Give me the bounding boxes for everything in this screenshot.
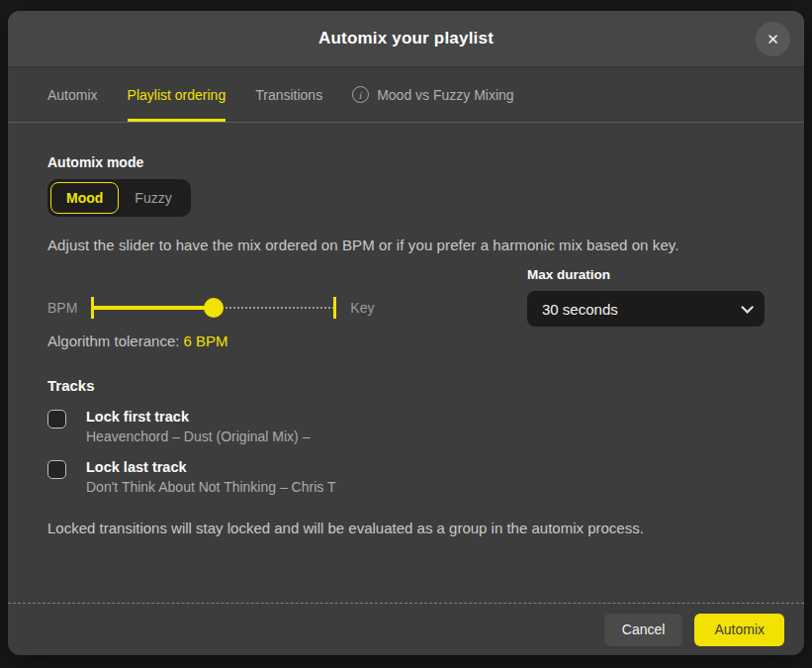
automix-modal: Automix your playlist ✕ Automix Playlist… [8,11,804,655]
tolerance-value-text: 6 BPM [184,333,228,349]
automix-mode-toggle: Mood Fuzzy [47,179,191,217]
mode-option-fuzzy[interactable]: Fuzzy [119,182,187,214]
tracks-heading: Tracks [47,377,765,394]
controls-row: BPM Key Algorithm tolerance: 6 BPM [47,267,765,349]
tab-mood-vs-fuzzy-mixing[interactable]: i Mood vs Fuzzy Mixing [352,67,513,122]
tolerance-label: Algorithm tolerance: [47,333,179,349]
lock-last-track-label: Lock last track [86,459,335,475]
slider-key-label: Key [350,300,374,316]
max-duration-select[interactable]: 30 seconds [527,291,765,327]
max-duration-label: Max duration [527,267,765,282]
chevron-down-icon [741,301,754,314]
bpm-key-slider[interactable] [91,296,336,320]
cancel-button[interactable]: Cancel [604,614,683,646]
mode-option-mood[interactable]: Mood [50,182,119,214]
slider-column: BPM Key Algorithm tolerance: 6 BPM [47,267,374,349]
tab-transitions[interactable]: Transitions [255,67,322,122]
slider-right-tick [333,297,336,319]
tab-automix[interactable]: Automix [47,67,98,122]
lock-first-track-subtitle: Heavenchord – Dust (Original Mix) – [86,429,310,444]
tab-bar: Automix Playlist ordering Transitions i … [8,67,804,123]
lock-last-track-text: Lock last track Don't Think About Not Th… [86,459,335,495]
info-icon: i [352,86,369,103]
tab-label: Mood vs Fuzzy Mixing [377,87,513,103]
modal-body: Automix mode Mood Fuzzy Adjust the slide… [8,123,804,603]
slider-description: Adjust the slider to have the mix ordere… [47,237,765,253]
automix-mode-label: Automix mode [47,154,765,170]
algorithm-tolerance: Algorithm tolerance: 6 BPM [47,333,374,349]
locked-transitions-note: Locked transitions will stay locked and … [47,520,765,536]
lock-first-track-row[interactable]: Lock first track Heavenchord – Dust (Ori… [47,409,765,444]
lock-last-track-subtitle: Don't Think About Not Thinking – Chris T [86,479,335,495]
lock-last-track-checkbox[interactable] [47,460,66,479]
lock-first-track-checkbox[interactable] [47,410,66,429]
slider-bpm-label: BPM [47,300,77,316]
automix-button[interactable]: Automix [694,614,784,646]
close-button[interactable]: ✕ [756,22,790,56]
tab-playlist-ordering[interactable]: Playlist ordering [128,67,226,122]
tab-label: Automix [47,87,98,103]
close-icon: ✕ [767,32,779,47]
lock-first-track-label: Lock first track [86,409,310,425]
modal-title: Automix your playlist [318,29,494,48]
max-duration-value: 30 seconds [542,301,618,318]
max-duration-column: Max duration 30 seconds [527,267,765,327]
modal-header: Automix your playlist ✕ [8,11,804,67]
tab-label: Transitions [255,87,322,103]
modal-footer: Cancel Automix [8,603,804,655]
lock-last-track-row[interactable]: Lock last track Don't Think About Not Th… [47,459,765,495]
slider-dotted-track [214,307,334,309]
slider-handle[interactable] [204,298,224,318]
bpm-key-slider-row: BPM Key [47,296,374,320]
lock-first-track-text: Lock first track Heavenchord – Dust (Ori… [86,409,310,444]
tab-label: Playlist ordering [128,87,226,103]
slider-fill [91,306,214,310]
